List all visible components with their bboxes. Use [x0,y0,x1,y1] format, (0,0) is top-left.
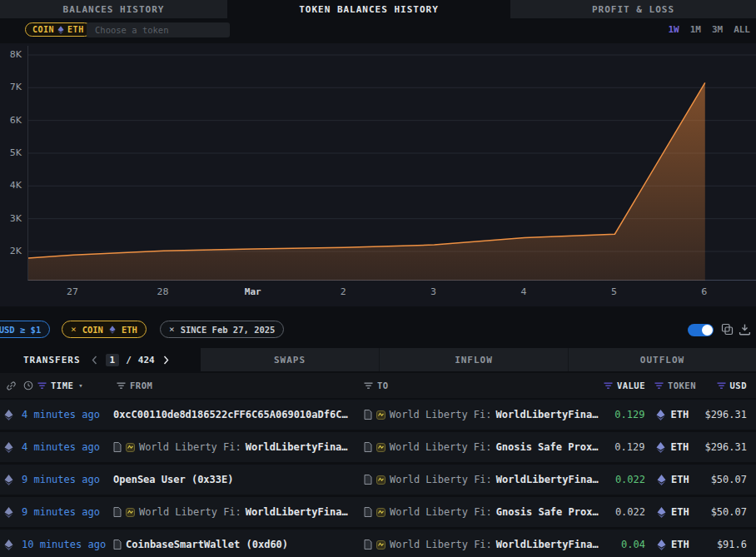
tab-transfers[interactable]: TRANSFERS 1 / 424 [0,348,201,371]
document-icon[interactable] [364,442,372,452]
tx-to[interactable]: World Liberty Fi: Gnosis Safe Prox… [359,506,602,518]
token-symbol: ETH [671,539,689,550]
document-icon[interactable] [113,442,122,452]
tx-from[interactable]: CoinbaseSmartWallet (0xd60) [113,539,359,550]
filter-chip-usd[interactable]: × USD ≥ $1 [0,321,50,338]
x-axis-tick-label: Mar [245,286,261,297]
to-name[interactable]: WorldLibertyFina… [496,474,599,485]
from-name[interactable]: WorldLibertyFina… [246,506,348,518]
entity-badge-icon [376,475,385,485]
tx-from[interactable]: World Liberty Fi: WorldLibertyFina… [113,441,359,453]
column-value[interactable]: VALUE [604,373,645,398]
tx-time[interactable]: 4 minutes ago [22,409,113,420]
tab-swaps[interactable]: SWAPS [201,348,379,371]
table-tab-bar: TRANSFERS 1 / 424 SWAPS INFLOW OUTFLOW [0,348,756,371]
document-icon[interactable] [364,410,372,420]
tx-time[interactable]: 4 minutes ago [22,441,113,453]
column-token[interactable]: TOKEN [654,373,696,398]
column-to[interactable]: TO [364,373,389,398]
range-3m[interactable]: 3M [712,24,723,35]
filter-icon[interactable] [654,382,664,390]
tx-token: ETH [657,506,705,518]
tx-to[interactable]: World Liberty Fi: WorldLibertyFina… [359,409,602,420]
from-name[interactable]: WorldLibertyFina… [246,441,348,453]
column-time-label: TIME [51,380,73,390]
tx-to[interactable]: World Liberty Fi: WorldLibertyFina… [359,474,602,485]
close-icon[interactable]: × [71,324,77,335]
tx-usd: $296.31 [704,441,756,453]
from-address[interactable]: OpenSea User (0x33E) [113,474,234,485]
from-address[interactable]: CoinbaseSmartWallet (0xd60) [126,539,288,550]
document-icon[interactable] [364,507,372,517]
range-1m[interactable]: 1M [690,24,701,35]
transfers-label: TRANSFERS [23,355,81,366]
tx-from[interactable]: 0xcC00110de8d186522cFF6C65A069010aDf6C… [113,409,359,420]
copy-icon[interactable] [721,323,734,336]
chip-since-label: SINCE Feb 27, 2025 [181,325,276,335]
page-prev-icon[interactable] [92,356,97,365]
tx-to[interactable]: World Liberty Fi: WorldLibertyFina… [359,539,602,550]
page-current[interactable]: 1 [106,354,120,366]
tab-inflow[interactable]: INFLOW [379,348,568,371]
tx-link-column-icon[interactable] [6,373,17,398]
tx-time[interactable]: 10 minutes ago [22,539,113,550]
chevron-down-icon[interactable]: ▾ [78,381,83,390]
filter-icon[interactable] [117,382,126,390]
tx-time[interactable]: 9 minutes ago [22,506,113,518]
token-search-input[interactable] [87,22,230,37]
time-range-group: 1W 1M 3M ALL [668,24,750,35]
y-axis-tick-label: 6K [0,115,22,126]
eth-diamond-icon [109,326,116,334]
column-time[interactable]: TIME ▾ [23,373,83,398]
page-next-icon[interactable] [163,356,169,365]
coin-eth-pill[interactable]: COIN ETH [25,22,92,37]
tab-outflow[interactable]: OUTFLOW [568,348,756,371]
to-name[interactable]: WorldLibertyFina… [496,409,599,420]
entity-badge-icon [376,443,385,452]
entity-badge-icon [376,540,385,550]
filter-icon[interactable] [717,382,726,390]
tab-profit-and-loss[interactable]: PROFIT & LOSS [510,0,756,18]
filter-icon[interactable] [37,382,47,390]
token-symbol: ETH [671,506,689,518]
filter-chip-coin-eth[interactable]: × COIN ETH [62,321,147,338]
tab-token-balances-history[interactable]: TOKEN BALANCES HISTORY [227,0,510,18]
to-name[interactable]: Gnosis Safe Prox… [496,441,599,453]
to-name[interactable]: WorldLibertyFina… [496,539,599,550]
tx-from[interactable]: OpenSea User (0x33E) [113,474,359,485]
table-row[interactable]: 4 minutes ago World Liberty Fi: WorldLib… [0,432,756,462]
document-icon[interactable] [113,507,122,517]
tab-balances-history[interactable]: BALANCES HISTORY [0,0,227,18]
from-address[interactable]: 0xcC00110de8d186522cFF6C65A069010aDf6C… [113,409,348,420]
document-icon[interactable] [364,540,372,550]
x-axis-tick-label: 2 [341,286,346,297]
document-icon[interactable] [113,540,122,550]
tx-value: 0.129 [602,441,645,453]
entity-badge-icon [376,410,385,420]
balance-history-chart: 8K7K6K5K4K3K2K 2728Mar23456 [0,43,756,306]
table-row[interactable]: 10 minutes ago CoinbaseSmartWallet (0xd6… [0,530,756,557]
to-entity: World Liberty Fi: [390,441,492,453]
tx-time[interactable]: 9 minutes ago [22,474,113,485]
usd-filter-toggle[interactable] [688,324,714,336]
transfers-table: 4 minutes ago 0xcC00110de8d186522cFF6C65… [0,400,756,557]
close-icon[interactable]: × [169,324,175,335]
tx-from[interactable]: World Liberty Fi: WorldLibertyFina… [113,506,359,518]
range-1w[interactable]: 1W [668,24,679,35]
filter-chip-since-date[interactable]: × SINCE Feb 27, 2025 [160,321,284,338]
to-name[interactable]: Gnosis Safe Prox… [496,506,599,518]
filter-icon[interactable] [364,382,373,390]
token-symbol: ETH [670,409,689,420]
table-row[interactable]: 9 minutes ago World Liberty Fi: WorldLib… [0,497,756,527]
tx-to[interactable]: World Liberty Fi: Gnosis Safe Prox… [359,441,602,453]
chart-plot-area[interactable] [27,46,756,281]
filter-icon[interactable] [604,382,613,390]
coin-pill-token: ETH [67,25,84,34]
column-usd[interactable]: USD [717,373,747,398]
table-row[interactable]: 9 minutes ago OpenSea User (0x33E) World… [0,465,756,495]
table-row[interactable]: 4 minutes ago 0xcC00110de8d186522cFF6C65… [0,400,756,430]
range-all[interactable]: ALL [734,24,750,35]
download-icon[interactable] [739,323,751,336]
document-icon[interactable] [364,475,372,485]
column-from[interactable]: FROM [117,373,152,398]
